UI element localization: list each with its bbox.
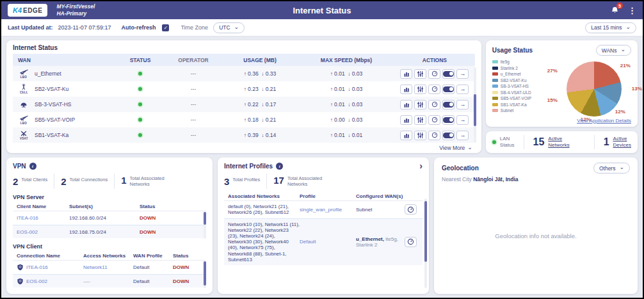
active-devices-link[interactable]: ActiveDevices [613,136,631,149]
time-zone-select[interactable]: UTC ⌄ [213,22,245,33]
satellite-dome-icon [18,102,29,108]
details-arrow-button[interactable]: → [456,131,469,140]
geolocation-filter-select[interactable]: Others ⌄ [593,163,630,174]
profile-link[interactable]: single_wan_profile [300,207,356,213]
scrollbar-thumb[interactable] [204,261,206,286]
vpn-shield-icon [17,278,24,285]
active-networks-link[interactable]: ActiveNetworks [548,136,569,149]
status-badge: DOWN [140,215,206,221]
details-arrow-button[interactable]: → [456,100,469,109]
lan-status-card: LANStatus 15 ActiveNetworks 1 [486,131,638,153]
view-application-details-link[interactable]: View Application Details [577,118,631,124]
access-networks-link[interactable]: Network11 [83,264,133,270]
wan-name: u_Ethernet [35,70,61,77]
stat-label: Total Profiles [232,177,260,182]
status-up-dot [138,102,142,106]
associated-networks-value: default (0), Network21 (21), Network26 (… [224,204,300,215]
logo-k4-text: K4 [13,6,22,14]
table-row: LBO u_Ethernet --- ↑ 0.36 ↓ 0.33 ↑ 0.01 … [13,66,475,81]
profile-link[interactable]: Default [300,239,356,245]
configured-wans-value: Subnet [356,207,405,213]
table-scrollbar[interactable] [424,198,427,288]
chart-action-button[interactable] [400,115,412,125]
enable-toggle[interactable] [442,100,455,109]
pie-slice-label: 13% [632,86,642,92]
enable-toggle[interactable] [442,115,455,125]
notifications-bell-icon[interactable]: 5 [609,4,620,16]
speed-test-gauge-button[interactable] [428,85,440,94]
chart-action-button[interactable] [400,69,412,79]
configured-wans-value: u_Ethernet, lte5g, Starlink 2 [356,236,405,248]
usage-status-title: Usage Status [492,47,533,54]
speed-test-gauge-button[interactable] [428,100,440,109]
chart-action-button[interactable] [400,131,412,140]
usage-pie[interactable] [567,61,622,117]
divider [114,174,115,189]
table-scrollbar[interactable] [204,212,206,239]
table-row: ITEA-016 Network11 Default DOWN [13,261,206,274]
table-row: ITEA-016 192.168.60.0/24 DOWN [13,211,206,225]
table-scrollbar[interactable] [204,261,206,288]
kebab-menu-icon[interactable]: ⋮ [628,6,636,15]
details-arrow-button[interactable]: → [456,115,469,125]
info-icon[interactable]: i [276,163,283,170]
geolocation-filter-value: Others [599,165,616,172]
speed-test-gauge-button[interactable] [428,115,440,125]
enable-toggle[interactable] [442,85,455,94]
settings-sliders-button[interactable] [414,69,426,79]
pie-slice-label: 27% [547,68,558,74]
col-usage: USAGE (MB) [221,57,298,63]
status-badge: DOWN [173,264,206,270]
speed-test-gauge-button[interactable] [405,237,417,247]
scrollbar-thumb[interactable] [474,94,476,126]
scrollbar-thumb[interactable] [204,212,206,225]
auto-refresh-label: Auto-refresh [121,24,156,31]
legend-item: lte5g [492,60,538,64]
speed-test-gauge-button[interactable] [428,131,440,140]
legend-item: Subnet [492,108,538,113]
top-bar-actions: 5 ⋮ [609,4,636,16]
chart-action-button[interactable] [400,85,412,94]
k4edge-logo: K4 EDGE [8,4,47,17]
table-scrollbar[interactable] [474,67,476,143]
legend-item: SB2-VSAT-Ku [492,78,538,83]
auto-refresh-checkbox[interactable]: ✓ [162,24,169,31]
last-updated-label: Last Updated at: [8,24,53,31]
client-name-link[interactable]: EOS-002 [13,229,69,235]
dashboard-page: K4 EDGE MY-FirstVessel HA-Primary Intern… [0,0,644,299]
chevron-down-icon: ⌄ [234,26,239,29]
usage-status-card: Usage Status WANs ⌄ lte5g Starlink 2 u_E… [486,40,638,127]
pie-slice-label: 21% [620,63,631,69]
usage-filter-select[interactable]: WANs ⌄ [596,45,631,56]
info-icon[interactable]: i [29,163,36,170]
enable-toggle[interactable] [442,131,455,140]
details-arrow-button[interactable]: → [456,69,469,79]
speed-test-gauge-button[interactable] [428,69,440,79]
col-status: STATUS [115,57,165,63]
enable-toggle[interactable] [442,69,455,79]
right-column: Usage Status WANs ⌄ lte5g Starlink 2 u_E… [486,40,638,153]
vsat-icon: VSAT [18,131,29,140]
stat-value: 17 [273,175,284,185]
speed-test-gauge-button[interactable] [405,204,417,214]
internet-status-title: Internet Status [13,44,475,51]
connection-name-link[interactable]: EOS-002 [26,279,47,284]
view-more-link[interactable]: View More ⌄ [439,145,472,151]
settings-sliders-button[interactable] [414,131,426,140]
client-name-link[interactable]: ITEA-016 [13,215,69,221]
expand-chevron-right-icon[interactable]: › [419,163,423,170]
settings-sliders-button[interactable] [414,115,426,125]
chevron-down-icon: ⌄ [625,26,631,29]
pie-slice-label: 15% [547,97,558,103]
connection-name-link[interactable]: ITEA-016 [26,264,48,270]
legend-item: SB5-VSAT-VOIP [492,96,538,101]
details-arrow-button[interactable]: → [456,85,469,94]
chart-action-button[interactable] [400,100,412,109]
time-range-select[interactable]: Last 15 mins ⌄ [585,22,636,33]
wan-profile-value: Default [133,279,173,284]
settings-sliders-button[interactable] [414,85,426,94]
scrollbar-thumb[interactable] [424,201,427,262]
starlink-icon: LBO [18,115,29,125]
table-row: Network10 (10), Network11 (11), Network2… [224,218,423,265]
settings-sliders-button[interactable] [414,100,426,109]
